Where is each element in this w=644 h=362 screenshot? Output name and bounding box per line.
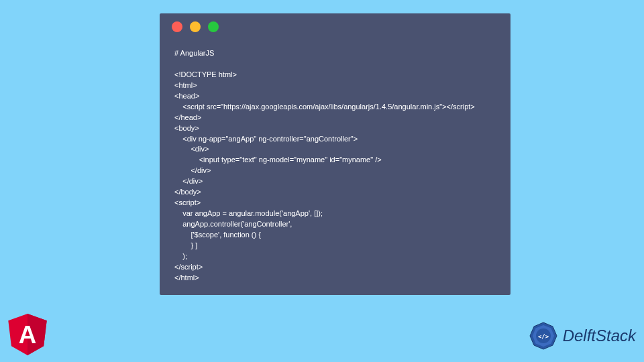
delftstack-logo: </> DelftStack [527,319,636,353]
minimize-icon [190,21,201,32]
code-block: # AngularJS <!DOCTYPE html> <html> <head… [160,40,511,292]
svg-text:</>: </> [537,333,549,340]
svg-text:A: A [19,321,37,349]
window-titlebar [160,13,511,40]
maximize-icon [208,21,219,32]
code-window: # AngularJS <!DOCTYPE html> <html> <head… [160,13,511,295]
delftstack-brand-text: DelftStack [563,326,636,345]
delftstack-badge-icon: </> [527,319,560,353]
angular-logo-icon: A [8,314,47,355]
close-icon [172,21,182,32]
